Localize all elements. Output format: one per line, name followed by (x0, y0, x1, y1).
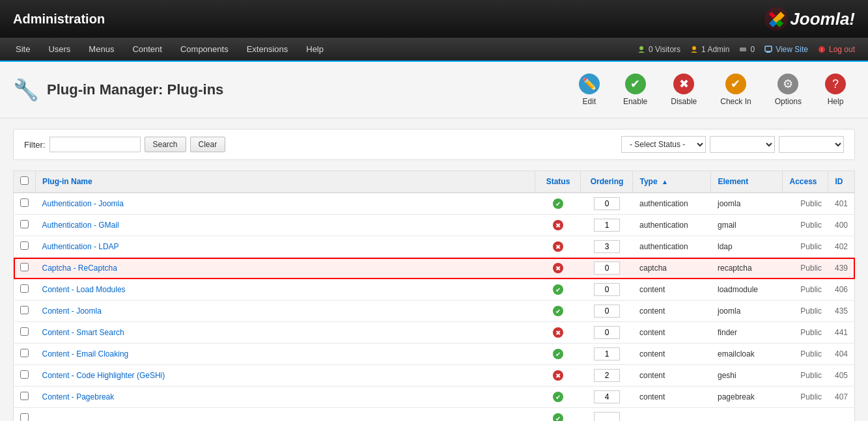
row-checkbox[interactable] (20, 220, 29, 228)
disable-button[interactable]: ✖ Disable (662, 70, 706, 110)
nav-components[interactable]: Components (171, 38, 238, 61)
plugin-name-link[interactable]: Authentication - LDAP (42, 242, 119, 251)
edit-button[interactable]: ✏️ Edit (570, 70, 609, 110)
plugin-name-link[interactable]: Authentication - Joomla (42, 199, 124, 208)
row-checkbox[interactable] (20, 263, 29, 271)
element-cell: emailcloak (711, 344, 783, 365)
ordering-input[interactable] (594, 219, 620, 232)
ordering-input[interactable] (594, 262, 620, 275)
joomla-logo-text: Joomla! (790, 9, 855, 29)
status-indicator: ✔ (553, 349, 563, 359)
access-select[interactable] (779, 136, 844, 153)
plugin-name-link[interactable]: Authentication - GMail (42, 221, 119, 230)
help-button[interactable]: ? Help (816, 70, 855, 110)
plugin-name-link[interactable]: Content - Smart Search (42, 328, 124, 337)
view-site-link[interactable]: View Site (764, 45, 808, 54)
ordering-input[interactable] (594, 197, 620, 210)
element-cell: joomla (711, 193, 783, 215)
element-cell (711, 408, 783, 422)
filter-bar: Filter: Search Clear - Select Status - E… (13, 129, 855, 160)
header-element: Element (711, 171, 783, 193)
svg-rect-4 (765, 46, 772, 51)
type-cell: content (633, 322, 711, 344)
status-select[interactable]: - Select Status - Enabled Disabled (621, 136, 706, 153)
access-cell: Public (783, 344, 828, 365)
checkin-button[interactable]: ✔ Check In (711, 70, 760, 110)
plugin-name-link[interactable]: Content - Joomla (42, 306, 102, 316)
header-access: Access (783, 171, 828, 193)
ordering-input[interactable] (594, 305, 620, 318)
admin-header: Administration Joomla! (0, 0, 868, 38)
toolbar: 🔧 Plug-in Manager: Plug-ins ✏️ Edit ✔ En… (0, 62, 868, 118)
row-checkbox[interactable] (20, 349, 29, 357)
element-cell: geshi (711, 365, 783, 387)
page-icon: 🔧 (13, 77, 39, 102)
ordering-input[interactable] (594, 240, 620, 253)
element-cell: joomla (711, 301, 783, 322)
plugin-name-link[interactable]: Content - Load Modules (42, 285, 126, 294)
id-cell: 406 (828, 279, 855, 301)
svg-rect-3 (740, 48, 746, 51)
plugin-name-cell: Content - Load Modules (36, 279, 535, 301)
ordering-input[interactable] (594, 390, 620, 403)
row-checkbox[interactable] (20, 284, 29, 293)
type-cell: authentication (633, 215, 711, 236)
plugin-name-link[interactable]: Captcha - ReCaptcha (42, 264, 117, 273)
access-cell (783, 408, 828, 422)
nav-help[interactable]: Help (297, 38, 333, 61)
row-checkbox[interactable] (20, 392, 29, 400)
row-checkbox[interactable] (20, 241, 29, 250)
table-row: Authentication - GMail ✖ authentication … (14, 215, 855, 236)
access-cell: Public (783, 258, 828, 279)
joomla-logo-icon (764, 7, 789, 31)
plugin-name-link[interactable]: Content - Email Cloaking (42, 349, 129, 359)
id-cell: 401 (828, 193, 855, 215)
plugin-name-cell: Content - Pagebreak (36, 387, 535, 408)
ordering-input[interactable] (594, 347, 620, 360)
row-checkbox[interactable] (20, 306, 29, 314)
ordering-input[interactable] (594, 412, 620, 421)
view-site-icon (764, 45, 773, 54)
table-row: ✔ (14, 408, 855, 422)
access-cell: Public (783, 301, 828, 322)
options-button[interactable]: ⚙ Options (766, 70, 811, 110)
admin-title: Administration (13, 12, 105, 27)
type-select[interactable] (710, 136, 775, 153)
nav-extensions[interactable]: Extensions (238, 38, 298, 61)
row-checkbox[interactable] (20, 327, 29, 336)
select-all-checkbox[interactable] (20, 176, 29, 185)
table-body: Authentication - Joomla ✔ authentication… (14, 193, 855, 421)
status-indicator: ✔ (553, 284, 563, 295)
row-checkbox[interactable] (20, 413, 29, 421)
clear-button[interactable]: Clear (190, 137, 226, 152)
nav-users[interactable]: Users (39, 38, 79, 61)
nav-content[interactable]: Content (123, 38, 171, 61)
nav-site[interactable]: Site (7, 38, 39, 61)
search-button[interactable]: Search (145, 137, 186, 152)
status-indicator: ✖ (553, 220, 563, 230)
id-cell: 405 (828, 365, 855, 387)
svg-rect-5 (766, 51, 770, 53)
enable-button[interactable]: ✔ Enable (614, 70, 656, 110)
row-checkbox[interactable] (20, 370, 29, 379)
status-indicator: ✖ (553, 241, 563, 252)
plugin-name-link[interactable]: Content - Code Highlighter (GeSHi) (42, 371, 165, 380)
type-cell: content (633, 279, 711, 301)
plugin-name-cell: Authentication - GMail (36, 215, 535, 236)
page-title: Plug-in Manager: Plug-ins (47, 81, 223, 98)
element-cell: gmail (711, 215, 783, 236)
table-header-row: Plug-in Name Status Ordering Type ▲ Elem… (14, 171, 855, 193)
id-cell: 407 (828, 387, 855, 408)
access-cell: Public (783, 387, 828, 408)
nav-menus[interactable]: Menus (79, 38, 123, 61)
type-cell: content (633, 344, 711, 365)
disable-icon: ✖ (673, 74, 694, 94)
filter-input[interactable] (49, 137, 141, 152)
enable-label: Enable (623, 97, 647, 106)
plugin-name-link[interactable]: Content - Pagebreak (42, 392, 115, 401)
ordering-input[interactable] (594, 369, 620, 382)
row-checkbox[interactable] (20, 198, 29, 207)
logout-link[interactable]: ! Log out (817, 45, 855, 54)
ordering-input[interactable] (594, 283, 620, 296)
ordering-input[interactable] (594, 326, 620, 339)
